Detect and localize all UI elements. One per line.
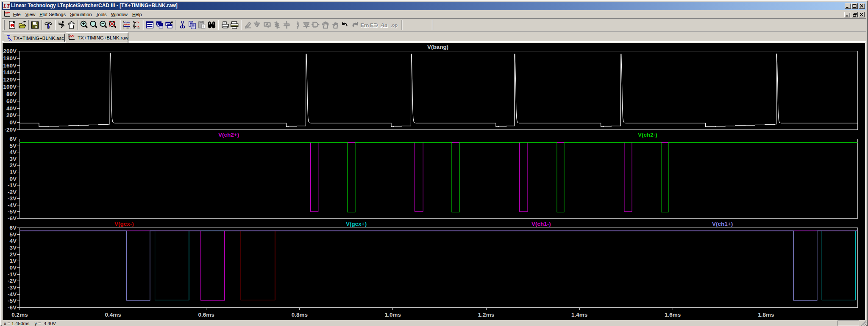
svg-text:2V: 2V — [9, 251, 17, 258]
svg-text:0.6ms: 0.6ms — [198, 312, 214, 318]
svg-text:-3V: -3V — [8, 284, 17, 291]
svg-text:3V: 3V — [9, 156, 17, 162]
svg-text:V(ch2+): V(ch2+) — [218, 132, 239, 138]
svg-text:180V: 180V — [3, 55, 17, 62]
svg-text:0.2ms: 0.2ms — [11, 312, 28, 318]
svg-text:5V: 5V — [9, 143, 17, 149]
svg-text:2V: 2V — [9, 162, 17, 169]
svg-text:1.6ms: 1.6ms — [665, 312, 681, 318]
svg-text:-5V: -5V — [8, 298, 17, 304]
svg-text:3V: 3V — [9, 244, 17, 251]
svg-text:1.4ms: 1.4ms — [571, 312, 587, 318]
svg-text:160V: 160V — [3, 62, 17, 69]
svg-text:100V: 100V — [3, 84, 17, 90]
svg-text:0.4ms: 0.4ms — [105, 312, 121, 318]
svg-text:0V: 0V — [9, 119, 17, 126]
svg-text:4V: 4V — [9, 149, 17, 155]
svg-text:140V: 140V — [3, 69, 17, 76]
svg-text:V(bang): V(bang) — [427, 44, 448, 50]
svg-text:120V: 120V — [3, 76, 17, 83]
svg-text:4V: 4V — [9, 238, 17, 244]
svg-text:-2V: -2V — [8, 278, 17, 284]
svg-text:1V: 1V — [9, 169, 17, 175]
svg-text:200V: 200V — [3, 48, 17, 54]
svg-text:40V: 40V — [6, 105, 17, 112]
svg-text:-3V: -3V — [8, 195, 17, 202]
svg-text:0V: 0V — [9, 264, 17, 271]
svg-text:80V: 80V — [6, 91, 17, 97]
svg-text:1.2ms: 1.2ms — [478, 312, 494, 318]
svg-text:0.8ms: 0.8ms — [292, 312, 308, 318]
svg-text:-6V: -6V — [8, 215, 17, 222]
svg-text:V(gcx-): V(gcx-) — [114, 221, 134, 227]
svg-text:-6V: -6V — [8, 304, 17, 311]
svg-text:-1V: -1V — [8, 182, 17, 188]
svg-text:6V: 6V — [9, 225, 17, 231]
svg-text:V(ch1+): V(ch1+) — [712, 221, 733, 227]
svg-text:1V: 1V — [9, 258, 17, 264]
svg-text:-1V: -1V — [8, 271, 17, 278]
svg-text:V(ch2-): V(ch2-) — [638, 132, 657, 138]
svg-text:0V: 0V — [9, 176, 17, 182]
svg-text:-4V: -4V — [8, 291, 17, 298]
svg-text:-2V: -2V — [8, 189, 17, 195]
svg-text:20V: 20V — [6, 112, 17, 118]
svg-text:1.0ms: 1.0ms — [385, 312, 401, 318]
svg-text:1.8ms: 1.8ms — [758, 312, 774, 318]
svg-text:-5V: -5V — [8, 208, 17, 215]
svg-text:5V: 5V — [9, 231, 17, 238]
svg-text:60V: 60V — [6, 98, 17, 104]
svg-text:6V: 6V — [9, 136, 17, 142]
svg-text:V(gcx+): V(gcx+) — [346, 221, 367, 227]
svg-text:-20V: -20V — [4, 126, 17, 133]
svg-text:-4V: -4V — [8, 202, 17, 208]
svg-text:V(ch1-): V(ch1-) — [531, 221, 551, 227]
